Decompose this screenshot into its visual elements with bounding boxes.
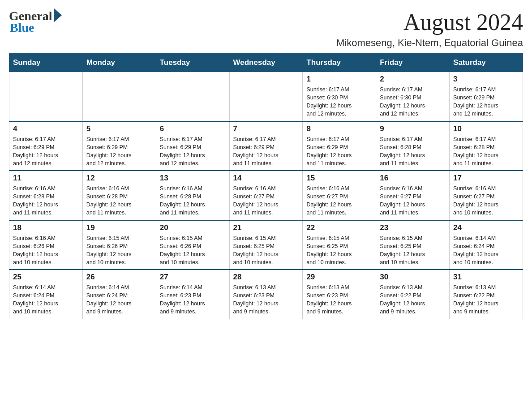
day-info: Sunrise: 6:16 AMSunset: 6:28 PMDaylight:…	[160, 184, 226, 217]
day-info: Sunrise: 6:15 AMSunset: 6:25 PMDaylight:…	[233, 234, 299, 267]
day-number: 25	[13, 273, 79, 282]
day-number: 3	[453, 75, 519, 84]
day-number: 18	[13, 223, 79, 232]
calendar-day-cell: 13Sunrise: 6:16 AMSunset: 6:28 PMDayligh…	[156, 171, 229, 220]
calendar-day-cell: 4Sunrise: 6:17 AMSunset: 6:29 PMDaylight…	[9, 121, 83, 171]
day-info: Sunrise: 6:16 AMSunset: 6:27 PMDaylight:…	[380, 184, 446, 217]
calendar-day-cell: 7Sunrise: 6:17 AMSunset: 6:29 PMDaylight…	[229, 121, 303, 171]
calendar-day-cell: 30Sunrise: 6:13 AMSunset: 6:22 PMDayligh…	[376, 270, 450, 319]
day-number: 28	[233, 273, 299, 282]
calendar-day-cell: 12Sunrise: 6:16 AMSunset: 6:28 PMDayligh…	[82, 171, 156, 220]
calendar-day-cell: 10Sunrise: 6:17 AMSunset: 6:28 PMDayligh…	[450, 121, 523, 171]
day-info: Sunrise: 6:16 AMSunset: 6:28 PMDaylight:…	[86, 184, 152, 217]
day-info: Sunrise: 6:17 AMSunset: 6:28 PMDaylight:…	[380, 135, 446, 168]
calendar-day-header: Sunday	[9, 54, 83, 72]
day-number: 15	[306, 174, 372, 183]
calendar-day-cell: 22Sunrise: 6:15 AMSunset: 6:25 PMDayligh…	[303, 220, 376, 270]
calendar-empty-cell	[82, 72, 156, 121]
day-number: 29	[306, 273, 372, 282]
day-number: 26	[86, 273, 152, 282]
day-info: Sunrise: 6:14 AMSunset: 6:24 PMDaylight:…	[13, 283, 79, 316]
location-title: Mikomeseng, Kie-Ntem, Equatorial Guinea	[336, 37, 523, 49]
day-info: Sunrise: 6:17 AMSunset: 6:29 PMDaylight:…	[86, 135, 152, 168]
page-header: General Blue August 2024 Mikomeseng, Kie…	[9, 9, 523, 49]
calendar-day-cell: 24Sunrise: 6:14 AMSunset: 6:24 PMDayligh…	[450, 220, 523, 270]
calendar-day-header: Tuesday	[156, 54, 229, 72]
calendar-day-cell: 3Sunrise: 6:17 AMSunset: 6:29 PMDaylight…	[450, 72, 523, 121]
day-info: Sunrise: 6:15 AMSunset: 6:25 PMDaylight:…	[306, 234, 372, 267]
day-info: Sunrise: 6:14 AMSunset: 6:24 PMDaylight:…	[86, 283, 152, 316]
calendar-week-row: 4Sunrise: 6:17 AMSunset: 6:29 PMDaylight…	[9, 121, 523, 171]
day-info: Sunrise: 6:17 AMSunset: 6:29 PMDaylight:…	[306, 135, 372, 168]
calendar-day-cell: 26Sunrise: 6:14 AMSunset: 6:24 PMDayligh…	[82, 270, 156, 319]
calendar-day-cell: 21Sunrise: 6:15 AMSunset: 6:25 PMDayligh…	[229, 220, 303, 270]
day-info: Sunrise: 6:17 AMSunset: 6:28 PMDaylight:…	[453, 135, 519, 168]
day-number: 5	[86, 124, 152, 133]
calendar-day-cell: 2Sunrise: 6:17 AMSunset: 6:30 PMDaylight…	[376, 72, 450, 121]
title-area: August 2024 Mikomeseng, Kie-Ntem, Equato…	[336, 9, 523, 49]
calendar-table: SundayMondayTuesdayWednesdayThursdayFrid…	[9, 53, 523, 319]
day-info: Sunrise: 6:14 AMSunset: 6:23 PMDaylight:…	[160, 283, 226, 316]
calendar-week-row: 1Sunrise: 6:17 AMSunset: 6:30 PMDaylight…	[9, 72, 523, 121]
calendar-day-header: Monday	[82, 54, 156, 72]
day-number: 31	[453, 273, 519, 282]
day-info: Sunrise: 6:15 AMSunset: 6:26 PMDaylight:…	[160, 234, 226, 267]
day-number: 14	[233, 174, 299, 183]
day-number: 23	[380, 223, 446, 232]
calendar-day-header: Saturday	[450, 54, 523, 72]
day-number: 10	[453, 124, 519, 133]
calendar-day-cell: 8Sunrise: 6:17 AMSunset: 6:29 PMDaylight…	[303, 121, 376, 171]
day-number: 22	[306, 223, 372, 232]
day-info: Sunrise: 6:17 AMSunset: 6:29 PMDaylight:…	[160, 135, 226, 168]
day-number: 24	[453, 223, 519, 232]
day-info: Sunrise: 6:13 AMSunset: 6:23 PMDaylight:…	[233, 283, 299, 316]
calendar-day-cell: 5Sunrise: 6:17 AMSunset: 6:29 PMDaylight…	[82, 121, 156, 171]
calendar-day-header: Wednesday	[229, 54, 303, 72]
day-info: Sunrise: 6:17 AMSunset: 6:29 PMDaylight:…	[453, 86, 519, 118]
day-number: 8	[306, 124, 372, 133]
day-number: 17	[453, 174, 519, 183]
calendar-day-cell: 15Sunrise: 6:16 AMSunset: 6:27 PMDayligh…	[303, 171, 376, 220]
day-info: Sunrise: 6:13 AMSunset: 6:22 PMDaylight:…	[380, 283, 446, 316]
month-title: August 2024	[336, 9, 523, 35]
day-info: Sunrise: 6:13 AMSunset: 6:23 PMDaylight:…	[306, 283, 372, 316]
calendar-day-cell: 25Sunrise: 6:14 AMSunset: 6:24 PMDayligh…	[9, 270, 83, 319]
day-number: 4	[13, 124, 79, 133]
day-number: 30	[380, 273, 446, 282]
calendar-day-cell: 16Sunrise: 6:16 AMSunset: 6:27 PMDayligh…	[376, 171, 450, 220]
calendar-day-cell: 23Sunrise: 6:15 AMSunset: 6:25 PMDayligh…	[376, 220, 450, 270]
day-number: 21	[233, 223, 299, 232]
calendar-day-cell: 19Sunrise: 6:15 AMSunset: 6:26 PMDayligh…	[82, 220, 156, 270]
day-info: Sunrise: 6:17 AMSunset: 6:29 PMDaylight:…	[233, 135, 299, 168]
day-info: Sunrise: 6:16 AMSunset: 6:27 PMDaylight:…	[233, 184, 299, 217]
day-info: Sunrise: 6:17 AMSunset: 6:30 PMDaylight:…	[380, 86, 446, 118]
logo: General Blue	[9, 9, 62, 35]
logo-blue-text: Blue	[9, 21, 34, 35]
calendar-week-row: 25Sunrise: 6:14 AMSunset: 6:24 PMDayligh…	[9, 270, 523, 319]
day-info: Sunrise: 6:16 AMSunset: 6:27 PMDaylight:…	[306, 184, 372, 217]
day-number: 11	[13, 174, 79, 183]
day-number: 13	[160, 174, 226, 183]
calendar-day-cell: 17Sunrise: 6:16 AMSunset: 6:27 PMDayligh…	[450, 171, 523, 220]
day-info: Sunrise: 6:15 AMSunset: 6:25 PMDaylight:…	[380, 234, 446, 267]
calendar-day-cell: 31Sunrise: 6:13 AMSunset: 6:22 PMDayligh…	[450, 270, 523, 319]
day-number: 7	[233, 124, 299, 133]
day-number: 16	[380, 174, 446, 183]
calendar-day-cell: 27Sunrise: 6:14 AMSunset: 6:23 PMDayligh…	[156, 270, 229, 319]
calendar-day-cell: 18Sunrise: 6:16 AMSunset: 6:26 PMDayligh…	[9, 220, 83, 270]
day-info: Sunrise: 6:13 AMSunset: 6:22 PMDaylight:…	[453, 283, 519, 316]
calendar-empty-cell	[156, 72, 229, 121]
day-number: 9	[380, 124, 446, 133]
logo-arrow-icon	[54, 8, 62, 22]
calendar-day-cell: 29Sunrise: 6:13 AMSunset: 6:23 PMDayligh…	[303, 270, 376, 319]
day-info: Sunrise: 6:17 AMSunset: 6:29 PMDaylight:…	[13, 135, 79, 168]
calendar-week-row: 11Sunrise: 6:16 AMSunset: 6:28 PMDayligh…	[9, 171, 523, 220]
day-number: 6	[160, 124, 226, 133]
calendar-header-row: SundayMondayTuesdayWednesdayThursdayFrid…	[9, 54, 523, 72]
day-info: Sunrise: 6:16 AMSunset: 6:28 PMDaylight:…	[13, 184, 79, 217]
calendar-empty-cell	[229, 72, 303, 121]
day-info: Sunrise: 6:15 AMSunset: 6:26 PMDaylight:…	[86, 234, 152, 267]
calendar-day-cell: 9Sunrise: 6:17 AMSunset: 6:28 PMDaylight…	[376, 121, 450, 171]
day-info: Sunrise: 6:17 AMSunset: 6:30 PMDaylight:…	[306, 86, 372, 118]
calendar-day-cell: 1Sunrise: 6:17 AMSunset: 6:30 PMDaylight…	[303, 72, 376, 121]
